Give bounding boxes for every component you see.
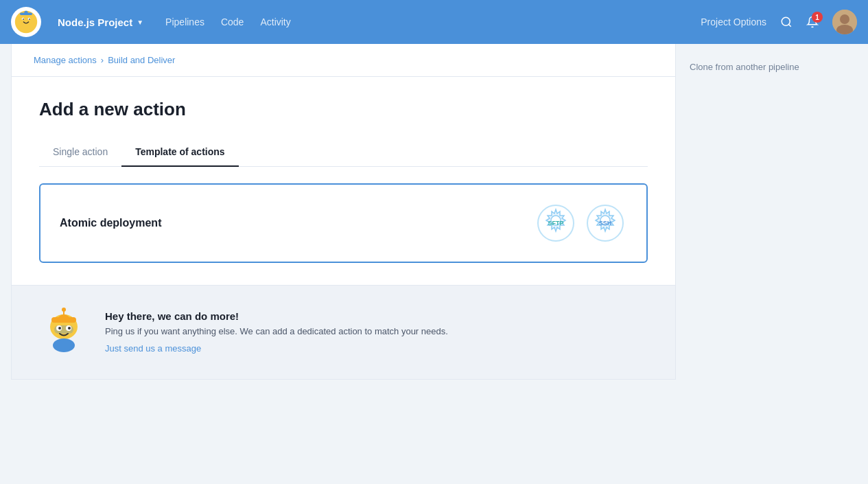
project-options-link[interactable]: Project Options [701, 16, 766, 27]
app-header: Node.js Project ▼ Pipelines Code Activit… [0, 0, 868, 44]
nav-code[interactable]: Code [221, 14, 244, 30]
footer-body: Ping us if you want anything else. We ca… [105, 326, 448, 336]
notifications-button[interactable]: 1 [806, 16, 819, 28]
svg-point-3 [24, 11, 27, 14]
svg-point-21 [58, 327, 61, 330]
action-tabs: Single action Template of actions [39, 139, 648, 167]
svg-point-10 [840, 14, 849, 24]
sftp-gear-badge: SFTP [534, 201, 578, 245]
ssh-gear-badge: SSH [583, 201, 627, 245]
breadcrumb-separator: › [101, 55, 104, 65]
footer-heading: Hey there, we can do more! [105, 310, 448, 322]
svg-point-25 [62, 308, 66, 312]
atomic-deployment-card[interactable]: Atomic deployment SFTP [39, 183, 648, 263]
nav-pipelines[interactable]: Pipelines [165, 14, 204, 30]
clone-from-pipeline-link[interactable]: Clone from another pipeline [690, 62, 799, 72]
breadcrumb-manage-actions[interactable]: Manage actions [34, 55, 97, 65]
project-selector[interactable]: Node.js Project ▼ [58, 16, 143, 28]
right-sidebar: Clone from another pipeline [676, 44, 868, 484]
svg-point-23 [53, 338, 75, 352]
nav-activity[interactable]: Activity [260, 14, 290, 30]
page-body: Manage actions › Build and Deliver Add a… [0, 44, 868, 484]
breadcrumb: Manage actions › Build and Deliver [11, 44, 676, 77]
header-right: Project Options 1 [701, 10, 857, 34]
project-name: Node.js Project [58, 16, 132, 28]
footer-promo: Hey there, we can do more! Ping us if yo… [11, 286, 676, 380]
svg-point-8 [782, 17, 790, 25]
footer-link[interactable]: Just send us a message [105, 343, 201, 354]
mascot-illustration [39, 308, 89, 357]
gear-icons: SFTP SSH [534, 201, 627, 245]
svg-point-22 [68, 327, 71, 330]
sftp-label: SFTP [548, 220, 563, 227]
svg-point-7 [29, 19, 30, 20]
svg-rect-17 [51, 317, 76, 323]
breadcrumb-build-and-deliver[interactable]: Build and Deliver [108, 55, 175, 65]
add-action-container: Add a new action Single action Template … [11, 77, 676, 286]
main-nav: Pipelines Code Activity [165, 14, 291, 30]
left-content: Manage actions › Build and Deliver Add a… [0, 44, 676, 484]
footer-text: Hey there, we can do more! Ping us if yo… [105, 310, 448, 354]
search-button[interactable] [780, 16, 793, 28]
logo[interactable] [11, 7, 41, 37]
atomic-deployment-title: Atomic deployment [60, 217, 161, 229]
notification-badge: 1 [812, 12, 823, 23]
page-title: Add a new action [39, 99, 648, 120]
project-chevron-icon: ▼ [137, 19, 143, 26]
tab-single-action[interactable]: Single action [39, 139, 121, 167]
tab-template-of-actions[interactable]: Template of actions [121, 139, 238, 167]
user-avatar[interactable] [832, 10, 857, 34]
ssh-label: SSH [599, 220, 612, 227]
svg-point-6 [23, 19, 24, 20]
